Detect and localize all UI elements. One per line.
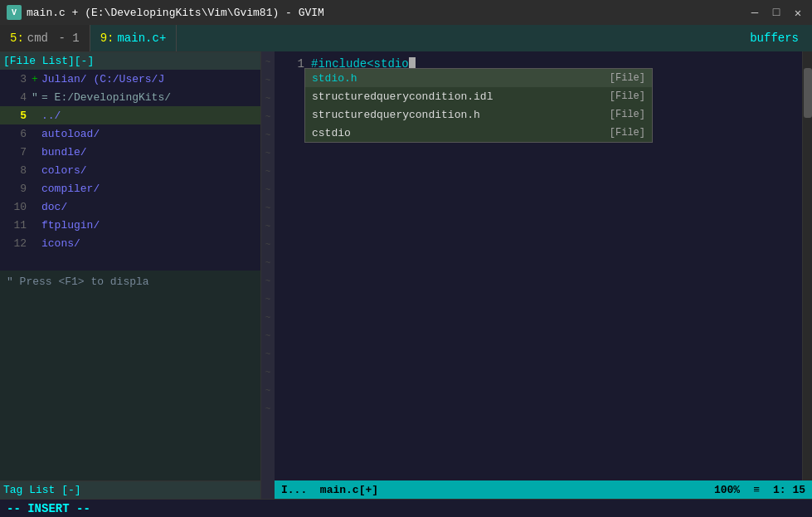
tab-main[interactable]: 9: main.c+ bbox=[90, 25, 177, 51]
mode-bar: -- INSERT -- bbox=[0, 499, 812, 517]
title-bar: V main.c + (E:\DevelopingKits\Vim\Gvim81… bbox=[0, 0, 812, 25]
tab-bar: 5: cmd - 1 9: main.c+ buffers bbox=[0, 25, 812, 51]
list-item[interactable]: 4 " = E:/DevelopingKits/ bbox=[0, 88, 260, 106]
list-item[interactable]: 12 icons/ bbox=[0, 234, 260, 252]
minimize-button[interactable]: — bbox=[747, 5, 762, 20]
autocomplete-item[interactable]: stdio.h [File] bbox=[305, 69, 652, 87]
autocomplete-item[interactable]: structuredquerycondition.idl [File] bbox=[305, 87, 652, 105]
autocomplete-item[interactable]: cstdio [File] bbox=[305, 124, 652, 142]
statusbar-position: 1: 15 bbox=[773, 484, 805, 496]
tab-cmd[interactable]: 5: cmd - 1 bbox=[0, 25, 90, 51]
close-button[interactable]: ✕ bbox=[790, 5, 805, 20]
insert-mode-label: -- INSERT -- bbox=[7, 502, 90, 515]
list-item[interactable]: 9 compiler/ bbox=[0, 179, 260, 198]
file-list-content: 3 + Julian/ (C:/Users/J 4 " = E:/Develop… bbox=[0, 70, 260, 271]
main-content: [File List][-] 3 + Julian/ (C:/Users/J 4… bbox=[0, 51, 812, 499]
buffers-label: buffers bbox=[750, 32, 812, 45]
editor-statusbar: I... main.c[+] 100% ≡ 1: 15 bbox=[275, 480, 812, 499]
press-message: " Press <F1> to displa bbox=[7, 276, 149, 288]
list-item[interactable]: 6 autoload/ bbox=[0, 124, 260, 143]
scrollbar-thumb[interactable] bbox=[804, 68, 812, 118]
list-item[interactable]: 5 ../ bbox=[0, 106, 260, 124]
list-item[interactable]: 3 + Julian/ (C:/Users/J bbox=[0, 70, 260, 88]
right-panel: 1 #include<stdio stdio.h [File] structur… bbox=[275, 51, 812, 499]
window-title: main.c + (E:\DevelopingKits\Vim\Gvim81) … bbox=[27, 7, 324, 19]
gutter: ~ ~ ~ ~ ~ ~ ~ ~ ~ ~ ~ ~ ~ ~ ~ ~ ~ ~ ~ ~ bbox=[261, 51, 275, 499]
maximize-button[interactable]: □ bbox=[769, 5, 784, 20]
list-item[interactable]: 11 ftplugin/ bbox=[0, 216, 260, 234]
file-list: [File List][-] 3 + Julian/ (C:/Users/J 4… bbox=[0, 51, 260, 480]
file-list-title: [File List][-] bbox=[3, 55, 94, 67]
file-list-statusbar: [File List][-] bbox=[0, 51, 260, 70]
statusbar-filename: main.c[+] bbox=[320, 484, 714, 496]
tag-list-bar: Tag List [-] bbox=[0, 480, 260, 499]
title-bar-left: V main.c + (E:\DevelopingKits\Vim\Gvim81… bbox=[7, 5, 324, 20]
autocomplete-dropdown[interactable]: stdio.h [File] structuredquerycondition.… bbox=[304, 68, 653, 143]
statusbar-equals: ≡ bbox=[753, 484, 760, 496]
list-item[interactable]: 8 colors/ bbox=[0, 161, 260, 179]
statusbar-percent: 100% bbox=[714, 484, 740, 496]
autocomplete-item[interactable]: structuredquerycondition.h [File] bbox=[305, 105, 652, 124]
app-icon: V bbox=[7, 5, 22, 20]
statusbar-right: 100% ≡ 1: 15 bbox=[714, 484, 805, 496]
tag-list-title: Tag List [-] bbox=[3, 484, 81, 496]
editor-scrollbar[interactable] bbox=[802, 51, 812, 480]
left-panel: [File List][-] 3 + Julian/ (C:/Users/J 4… bbox=[0, 51, 261, 499]
list-item[interactable]: 10 doc/ bbox=[0, 198, 260, 216]
list-item[interactable]: 7 bundle/ bbox=[0, 143, 260, 161]
editor-area[interactable]: 1 #include<stdio stdio.h [File] structur… bbox=[275, 51, 812, 480]
window-controls[interactable]: — □ ✕ bbox=[747, 5, 805, 20]
statusbar-indicator: I... bbox=[281, 484, 307, 496]
press-area: " Press <F1> to displa bbox=[0, 271, 260, 481]
